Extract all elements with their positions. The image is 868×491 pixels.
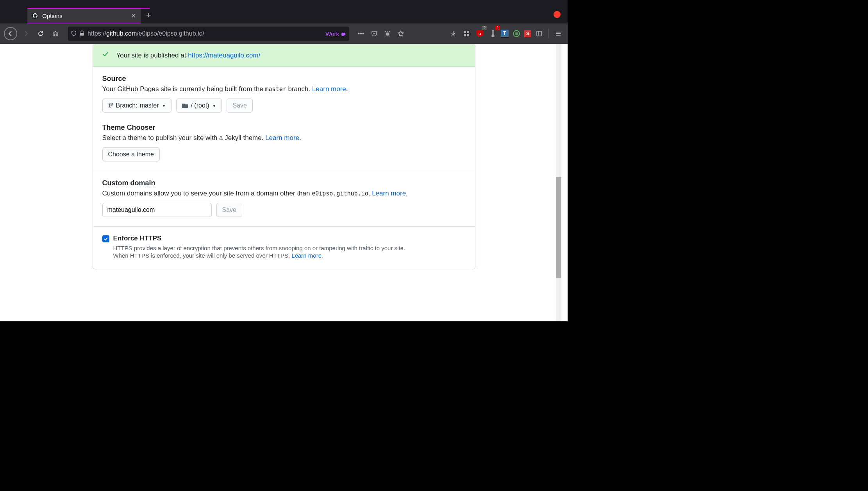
shield-icon: [71, 30, 77, 37]
theme-description: Select a theme to publish your site with…: [102, 134, 466, 142]
extension-thermometer-icon[interactable]: 1: [488, 28, 498, 39]
flash-text: Your site is published at: [116, 52, 188, 59]
chevron-down-icon: ▼: [162, 104, 166, 108]
lock-icon: [80, 30, 84, 37]
svg-rect-0: [80, 33, 84, 36]
apps-grid-icon[interactable]: [461, 28, 472, 39]
scrollbar-thumb[interactable]: [556, 177, 561, 278]
svg-point-3: [386, 32, 389, 36]
toolbar-divider: [548, 29, 549, 38]
tab-close-icon[interactable]: ✕: [131, 12, 136, 20]
https-learn-more-link[interactable]: Learn more: [291, 252, 321, 259]
svg-rect-11: [537, 31, 541, 36]
container-label: Work: [325, 30, 346, 37]
svg-rect-4: [464, 31, 466, 33]
git-branch-icon: [108, 103, 114, 108]
github-favicon: [32, 13, 38, 19]
enforce-https-heading: Enforce HTTPS: [113, 235, 405, 242]
svg-point-2: [343, 32, 345, 35]
svg-rect-5: [467, 31, 469, 33]
svg-rect-6: [464, 34, 466, 36]
record-indicator: [554, 11, 561, 18]
page-actions-icon[interactable]: •••: [355, 28, 366, 39]
downloads-icon[interactable]: [448, 28, 459, 39]
extension-t-icon[interactable]: T: [501, 30, 509, 38]
reload-button[interactable]: [34, 27, 47, 40]
choose-theme-button[interactable]: Choose a theme: [102, 147, 160, 161]
library-icon[interactable]: [534, 28, 545, 39]
source-description: Your GitHub Pages site is currently bein…: [102, 85, 466, 93]
source-save-button[interactable]: Save: [227, 99, 252, 113]
custom-domain-input[interactable]: [102, 203, 212, 217]
flash-success-banner: Your site is published at https://mateua…: [93, 44, 475, 67]
folder-icon: [182, 103, 188, 108]
svg-point-9: [492, 35, 494, 37]
custom-domain-heading: Custom domain: [102, 179, 466, 187]
home-button[interactable]: [49, 27, 62, 40]
svg-rect-7: [467, 34, 469, 36]
source-learn-more-link[interactable]: Learn more: [312, 85, 346, 93]
bookmark-star-icon[interactable]: [395, 28, 406, 39]
url-text: https://github.com/e0ipso/e0ipso.github.…: [88, 30, 322, 37]
tab-title: Options: [42, 13, 127, 19]
published-url-link[interactable]: https://mateuaguilo.com/: [188, 52, 260, 59]
forward-button: [20, 27, 32, 40]
extension-green-circle-icon[interactable]: [511, 28, 522, 39]
address-bar[interactable]: https://github.com/e0ipso/e0ipso.github.…: [68, 27, 349, 41]
domain-save-button[interactable]: Save: [216, 203, 242, 217]
back-button[interactable]: [4, 27, 17, 40]
custom-domain-description: Custom domains allow you to serve your s…: [102, 190, 466, 197]
svg-point-16: [109, 103, 110, 105]
theme-learn-more-link[interactable]: Learn more: [265, 134, 299, 142]
domain-learn-more-link[interactable]: Learn more: [372, 190, 406, 197]
source-heading: Source: [102, 75, 466, 83]
theme-heading: Theme Chooser: [102, 124, 466, 132]
extension-s-icon[interactable]: S: [524, 30, 531, 37]
svg-rect-8: [492, 30, 494, 35]
https-description-line1: HTTPS provides a layer of encryption tha…: [113, 245, 405, 251]
pocket-icon[interactable]: [369, 28, 380, 39]
new-tab-button[interactable]: +: [141, 7, 157, 23]
browser-tab[interactable]: Options ✕: [27, 9, 141, 23]
folder-selector-button[interactable]: / (root) ▼: [176, 99, 222, 113]
check-icon: [102, 51, 109, 59]
hamburger-menu-icon[interactable]: [553, 28, 564, 39]
ublock-extension-icon[interactable]: u 2: [474, 28, 485, 39]
enforce-https-checkbox[interactable]: [102, 235, 109, 242]
svg-point-18: [111, 104, 113, 105]
branch-selector-button[interactable]: Branch: master ▼: [102, 99, 172, 113]
bug-icon[interactable]: [382, 28, 393, 39]
chevron-down-icon: ▼: [213, 104, 216, 108]
https-description-line2: When HTTPS is enforced, your site will o…: [113, 252, 405, 259]
svg-point-17: [109, 107, 110, 108]
